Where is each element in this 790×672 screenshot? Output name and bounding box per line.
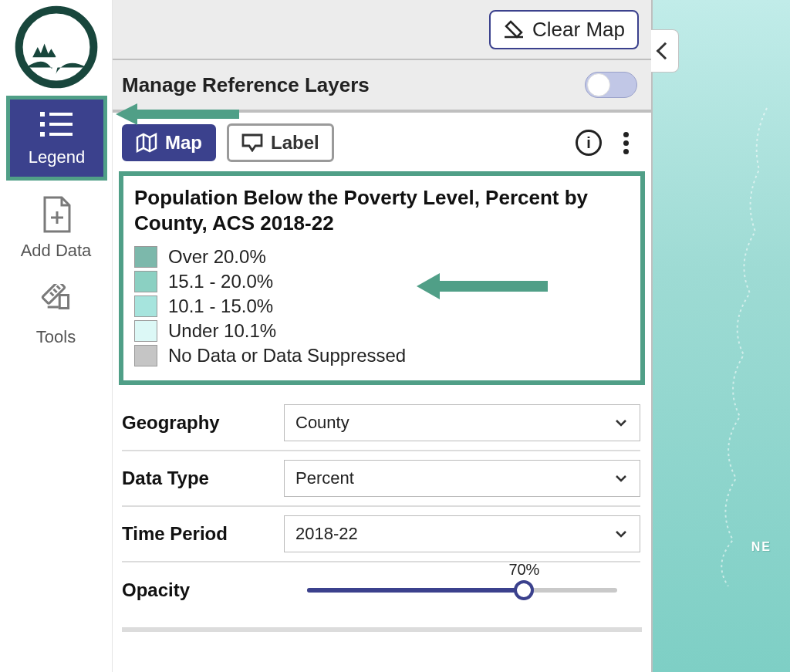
chevron-left-icon <box>656 42 674 60</box>
data-type-select[interactable]: Percent <box>284 460 640 497</box>
slider-thumb[interactable] <box>514 580 534 600</box>
legend-title: Population Below the Poverty Level, Perc… <box>134 185 630 235</box>
clear-map-button[interactable]: Clear Map <box>489 10 639 49</box>
add-page-icon <box>40 196 73 233</box>
legend-row: Over 20.0% <box>134 246 630 268</box>
legend-row: Under 10.1% <box>134 320 630 342</box>
data-type-label: Data Type <box>122 468 284 489</box>
layer-controls: Geography County Data Type Percent Time … <box>113 393 651 618</box>
legend-label: 15.1 - 20.0% <box>168 271 273 292</box>
nav-item-legend[interactable]: Legend <box>0 96 112 181</box>
callout-arrow-left-icon <box>116 103 239 125</box>
svg-point-0 <box>19 10 94 85</box>
nav-label-tools: Tools <box>0 327 112 347</box>
legend-label: Over 20.0% <box>168 246 266 268</box>
nav-label-legend: Legend <box>13 147 100 167</box>
opacity-slider[interactable]: 70% <box>284 572 640 609</box>
app-logo <box>0 0 112 94</box>
legend-items: Over 20.0% 15.1 - 20.0% 10.1 - 15.0% Und… <box>134 246 630 366</box>
reference-layers-toggle[interactable] <box>585 72 637 98</box>
chevron-down-icon <box>613 415 629 431</box>
tab-label[interactable]: Label <box>227 123 334 162</box>
legend-swatch <box>134 320 157 342</box>
left-nav: Legend Add Data Tools <box>0 0 113 672</box>
tab-label-label: Label <box>271 132 319 154</box>
map-icon <box>136 133 157 153</box>
tools-icon <box>39 284 74 319</box>
control-time-period: Time Period 2018-22 <box>122 507 640 562</box>
nav-item-add-data[interactable]: Add Data <box>0 185 112 273</box>
geography-value: County <box>295 413 349 433</box>
svg-line-8 <box>56 285 59 289</box>
svg-marker-16 <box>417 273 548 299</box>
tab-map-label: Map <box>165 132 202 154</box>
opacity-value: 70% <box>508 561 539 579</box>
coastline-decoration <box>682 93 782 586</box>
time-period-value: 2018-22 <box>295 524 358 544</box>
svg-rect-3 <box>40 122 45 127</box>
map-canvas[interactable]: NE <box>653 0 790 672</box>
legend-swatch <box>134 295 157 317</box>
legend-row: No Data or Data Suppressed <box>134 345 630 366</box>
tab-map[interactable]: Map <box>122 124 216 161</box>
svg-line-10 <box>50 292 53 295</box>
legend-row: 15.1 - 20.0% <box>134 271 630 292</box>
map-place-label: NE <box>751 540 771 554</box>
legend-swatch <box>134 345 157 366</box>
svg-rect-5 <box>40 132 45 137</box>
eraser-icon <box>503 19 525 40</box>
svg-marker-13 <box>116 103 239 125</box>
legend-label: No Data or Data Suppressed <box>168 345 406 366</box>
clear-map-label: Clear Map <box>532 18 625 42</box>
chevron-down-icon <box>613 526 629 542</box>
reference-layers-row: Manage Reference Layers <box>113 60 651 111</box>
svg-rect-6 <box>49 133 73 136</box>
legend-card: Population Below the Poverty Level, Perc… <box>119 171 645 385</box>
legend-row: 10.1 - 15.0% <box>134 295 630 317</box>
layer-body: Map Label i Population Below the Poverty… <box>113 111 651 672</box>
panel-toolbar: Clear Map <box>113 0 651 60</box>
toggle-knob <box>587 73 610 96</box>
nav-item-tools[interactable]: Tools <box>0 273 112 360</box>
svg-rect-1 <box>40 112 45 117</box>
legend-swatch <box>134 271 157 292</box>
collapse-panel-button[interactable] <box>651 29 679 73</box>
svg-line-9 <box>53 289 56 292</box>
svg-rect-7 <box>42 284 65 304</box>
list-icon <box>40 110 74 138</box>
legend-label: Under 10.1% <box>168 320 276 342</box>
info-button[interactable]: i <box>576 130 602 156</box>
logo-icon <box>14 5 99 89</box>
callout-arrow-legend-icon <box>417 273 548 299</box>
control-data-type: Data Type Percent <box>122 451 640 507</box>
geography-label: Geography <box>122 412 284 434</box>
more-options-button[interactable] <box>613 130 639 156</box>
time-period-label: Time Period <box>122 523 284 545</box>
legend-panel: Clear Map Manage Reference Layers <box>113 0 653 672</box>
reference-layers-title: Manage Reference Layers <box>122 73 370 97</box>
svg-rect-2 <box>49 113 73 116</box>
svg-rect-4 <box>49 123 73 126</box>
legend-swatch <box>134 246 157 268</box>
label-icon <box>241 133 263 152</box>
data-type-value: Percent <box>295 468 354 488</box>
panel-separator <box>122 627 642 632</box>
geography-select[interactable]: County <box>284 404 640 441</box>
nav-label-add-data: Add Data <box>0 241 112 261</box>
opacity-label: Opacity <box>122 579 284 601</box>
control-opacity: Opacity 70% <box>122 562 640 618</box>
slider-fill <box>307 588 524 593</box>
legend-label: 10.1 - 15.0% <box>168 295 273 317</box>
chevron-down-icon <box>613 471 629 486</box>
time-period-select[interactable]: 2018-22 <box>284 515 640 552</box>
control-geography: Geography County <box>122 396 640 451</box>
